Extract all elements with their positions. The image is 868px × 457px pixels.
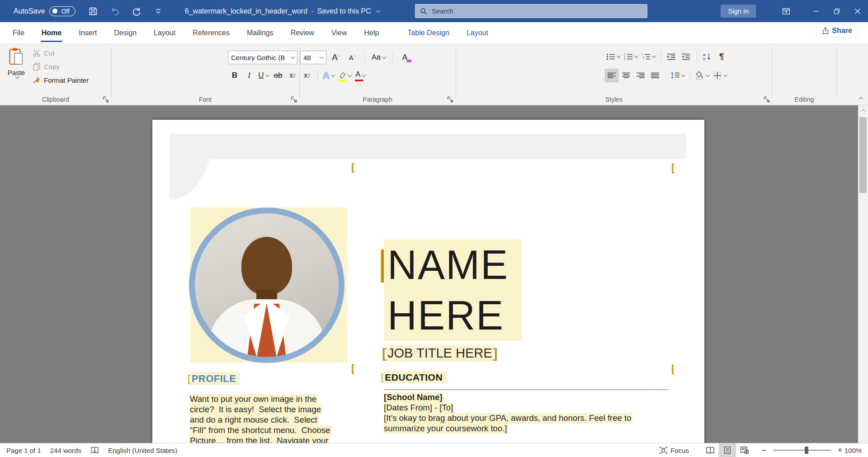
read-mode-button[interactable] (702, 443, 719, 457)
subscript-button[interactable]: x2 (286, 69, 299, 82)
bold-button[interactable]: B (228, 69, 241, 82)
tab-review[interactable]: Review (289, 22, 316, 43)
underline-dropdown-icon[interactable] (265, 73, 269, 77)
profile-line: “Fill” from the shortcut menu. Choose (190, 425, 332, 436)
tab-view[interactable]: View (330, 22, 349, 43)
undo-button[interactable] (109, 5, 121, 17)
tab-file[interactable]: File (11, 22, 26, 43)
zoom-slider[interactable] (773, 450, 831, 451)
cut-button[interactable]: Cut (33, 49, 89, 57)
copy-button[interactable]: Copy (33, 62, 89, 71)
zoom-percentage[interactable]: 100% (844, 447, 868, 454)
italic-button[interactable]: I (242, 69, 256, 82)
status-bar: Page 1 of 1 244 words English (United St… (0, 443, 868, 457)
word-count[interactable]: 244 words (46, 443, 86, 457)
print-layout-icon (724, 446, 731, 454)
vertical-scrollbar[interactable] (858, 105, 868, 443)
proofing-status-button[interactable] (86, 443, 104, 457)
customize-quick-access-toolbar-button[interactable] (152, 5, 164, 17)
education-section-heading[interactable]: [EDUCATION (381, 372, 447, 383)
group-separator (836, 47, 837, 98)
minimize-icon (813, 8, 819, 14)
education-line: summarize your coursework too.] (384, 424, 508, 434)
document-page[interactable]: [ [ [ [ [ NAME HERE [ (152, 120, 704, 443)
name-line-1: NAME (384, 240, 522, 290)
tab-insert[interactable]: Insert (77, 22, 99, 43)
minimize-button[interactable] (806, 0, 826, 22)
close-button[interactable] (847, 0, 868, 22)
ribbon-tab-row: File Home Insert Design Layout Reference… (0, 22, 868, 43)
autosave-toggle[interactable]: Off (49, 6, 75, 16)
paragraph-dialog-launcher[interactable] (447, 96, 454, 103)
strikethrough-button[interactable]: ab (271, 69, 285, 82)
bracket-open: [ (382, 346, 387, 361)
photo-head-shape (241, 237, 292, 295)
tab-home[interactable]: Home (40, 22, 63, 43)
font-name-dropdown-icon[interactable] (291, 55, 295, 59)
tab-layout[interactable]: Layout (152, 22, 177, 43)
zoom-slider-thumb[interactable] (805, 447, 808, 454)
zoom-in-button[interactable]: + (835, 446, 844, 455)
font-name-combo[interactable]: Century Gothic (B (228, 51, 297, 64)
format-painter-button[interactable]: Format Painter (33, 76, 89, 84)
share-icon (822, 27, 829, 34)
tab-table-design[interactable]: Table Design (406, 22, 451, 43)
copy-label: Copy (44, 63, 60, 71)
editing-group: Find bc Replace Select Editing (772, 43, 836, 105)
education-line: [It’s okay to brag about your GPA, award… (384, 413, 632, 424)
paste-clipboard-icon (9, 47, 24, 66)
scroll-up-arrow[interactable] (858, 105, 868, 115)
tab-table-layout[interactable]: Layout (465, 22, 490, 43)
profile-line: and do a right mouse click. Select (190, 415, 319, 425)
restore-button[interactable] (826, 0, 847, 22)
profile-body-text[interactable]: Want to put your own image in the circle… (190, 394, 332, 443)
focus-mode-button[interactable]: Focus (655, 443, 693, 457)
ribbon: Paste Cut Copy Format Painter Clipboard (0, 43, 868, 105)
print-layout-button[interactable] (719, 443, 736, 457)
web-layout-icon (740, 446, 749, 454)
sign-in-button[interactable]: Sign in (721, 5, 756, 18)
profile-line: Picture… from the list. Navigate your (190, 436, 330, 443)
search-box[interactable] (415, 4, 647, 18)
education-body-text[interactable]: [School Name] [Dates From] - [To] [It’s … (384, 392, 632, 434)
clipboard-dialog-launcher[interactable] (102, 96, 109, 103)
tab-help[interactable]: Help (362, 22, 381, 43)
clipboard-small-buttons: Cut Copy Format Painter (33, 49, 89, 84)
font-dialog-launcher[interactable] (290, 96, 297, 103)
language-indicator[interactable]: English (United States) (104, 443, 182, 457)
ribbon-display-options-button[interactable] (776, 0, 797, 22)
tab-design[interactable]: Design (112, 22, 138, 43)
paragraph-group: 123 1ai AZ ¶ (299, 43, 456, 105)
autosave-control: AutoSave Off (14, 6, 75, 16)
scrollbar-thumb[interactable] (859, 117, 867, 193)
styles-group-label: Styles (456, 96, 772, 103)
job-title-placeholder[interactable]: [ JOB TITLE HERE ] (382, 345, 498, 362)
name-placeholder[interactable]: NAME HERE (384, 240, 522, 341)
focus-label: Focus (670, 447, 689, 454)
profile-section-heading[interactable]: [PROFILE (188, 373, 240, 385)
page-indicator[interactable]: Page 1 of 1 (2, 443, 46, 457)
zoom-out-button[interactable]: − (760, 446, 769, 455)
styles-dialog-launcher[interactable] (763, 96, 770, 103)
redo-button[interactable] (131, 5, 142, 17)
profile-photo-frame[interactable] (189, 207, 344, 363)
underline-button[interactable]: U (257, 69, 270, 82)
content-control-bracket: [ (671, 363, 675, 375)
editing-group-label: Editing (772, 96, 836, 103)
font-group-label: Font (111, 96, 299, 103)
styles-group: AaBbCcD ¶ Normal AaBbCcD ¶ No Spac... Aa… (456, 43, 772, 105)
content-control-bracket: [ (671, 162, 675, 174)
paste-button[interactable]: Paste (5, 47, 28, 94)
save-button[interactable] (87, 5, 99, 17)
title-dropdown-icon[interactable] (376, 8, 380, 13)
web-layout-button[interactable] (736, 443, 753, 457)
collapse-ribbon-button[interactable] (859, 94, 863, 102)
save-status[interactable]: Saved to this PC (317, 7, 371, 15)
search-icon (420, 8, 427, 15)
share-button[interactable]: Share (816, 24, 858, 38)
tab-mailings[interactable]: Mailings (245, 22, 275, 43)
document-title-text: 6_watermark_locked_in_header_word (185, 7, 307, 15)
tab-references[interactable]: References (191, 22, 231, 43)
focus-icon (659, 446, 668, 454)
search-input[interactable] (432, 7, 642, 15)
